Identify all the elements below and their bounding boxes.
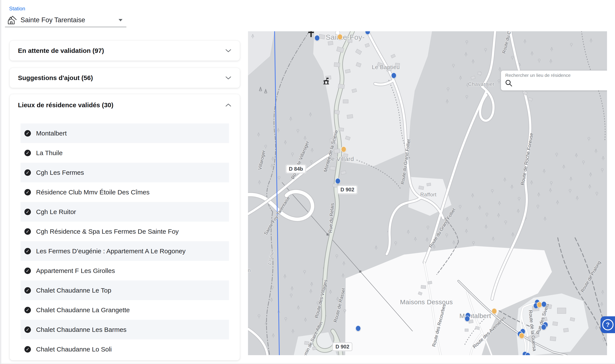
- map-road-label: Route des Avenières: [472, 315, 507, 349]
- accordion-validated-places: Lieux de résidence validés (30) ✓Montalb…: [10, 94, 240, 360]
- map-marker-orange[interactable]: [337, 34, 343, 40]
- road-ref-badge: D 902: [337, 185, 357, 194]
- map-road-label: Route des Recourbes: [431, 304, 447, 347]
- list-item-label: Chalet Chaudanne Les Barmes: [36, 326, 127, 333]
- accordion-header[interactable]: Lieux de résidence validés (30): [10, 94, 240, 116]
- list-item[interactable]: ✓Cgh Le Ruitor: [21, 202, 229, 221]
- list-item-label: Montalbert: [36, 130, 67, 137]
- validated-list: ✓Montalbert✓La Thuile✓Cgh Les Fermes✓Rés…: [21, 123, 229, 359]
- map-road-label: Rue du Relais: [328, 203, 335, 233]
- list-item[interactable]: ✓Cgh Les Fermes: [21, 163, 229, 182]
- accordion-suggestions: Suggestions d'ajout (56): [10, 68, 240, 88]
- chevron-down-icon: [225, 76, 232, 80]
- validated-check-icon: ✓: [24, 307, 31, 313]
- list-item[interactable]: ✓Appartement F Les Girolles: [21, 261, 229, 281]
- list-item-label: La Thuile: [36, 149, 63, 157]
- map-place-label: Sainte-Foy-: [326, 33, 365, 41]
- validated-check-icon: ✓: [24, 169, 31, 176]
- list-item[interactable]: ✓Les Fermes D’eugénie : Appartement A Le…: [21, 241, 229, 261]
- list-item[interactable]: ✓La Thuile: [21, 143, 229, 163]
- map-road-label: Route des Villages: [314, 279, 329, 319]
- list-item[interactable]: ✓Chalet Chaudanne La Grangette: [21, 300, 229, 320]
- chevron-up-icon: [225, 103, 232, 107]
- validated-check-icon: ✓: [24, 287, 31, 294]
- map-place-label: Raffort: [420, 192, 436, 198]
- list-item-label: Chalet Chaudanne Lo Soli: [36, 346, 112, 353]
- help-button[interactable]: ?: [601, 316, 615, 333]
- map-marker-orange[interactable]: [341, 146, 346, 152]
- window-edge: [0, 363, 615, 364]
- list-item[interactable]: ✓Résidence Club Mmv Étoile Des Cîmes: [21, 182, 229, 202]
- map-road-label: Sainte-Foy-Tarentaise: [263, 196, 291, 236]
- validated-check-icon: ✓: [24, 326, 31, 333]
- list-item[interactable]: ✓Chalet Chaudanne Le Top: [21, 281, 229, 300]
- sidebar: Station Sainte Foy Tarentaise En attente…: [0, 0, 248, 364]
- map-road-label: Route du Grand Folliet: [400, 139, 411, 185]
- list-item[interactable]: ✓Chalet Chaudanne Lo Soli: [21, 339, 229, 359]
- accordion-header[interactable]: En attente de validation (97): [10, 41, 240, 61]
- list-item-label: Appartement F Les Girolles: [36, 267, 115, 274]
- dropdown-caret-icon: [119, 19, 123, 21]
- map-place-label: Montalbert: [459, 312, 491, 320]
- map-place-label: L'Isère: [266, 250, 275, 265]
- map-marker-blue[interactable]: [541, 301, 547, 307]
- question-mark-icon: ?: [602, 319, 614, 330]
- search-icon: [505, 79, 513, 87]
- station-select[interactable]: Sainte Foy Tarentaise: [5, 13, 126, 27]
- validated-check-icon: ✓: [24, 248, 31, 254]
- map-road-label: Chemin de Saint-Albin: [299, 321, 324, 355]
- list-item-label: Chalet Chaudanne La Grangette: [36, 306, 130, 314]
- road-ref-badge: D 902: [332, 342, 352, 351]
- map-marker-blue[interactable]: [465, 316, 470, 322]
- station-label: Station: [9, 6, 25, 12]
- map-search-box[interactable]: Rechercher un lieu de résidence: [501, 71, 607, 91]
- validated-check-icon: ✓: [24, 150, 31, 156]
- validated-check-icon: ✓: [24, 268, 31, 274]
- validated-check-icon: ✓: [24, 209, 31, 215]
- list-item-label: Chalet Chaudanne Le Top: [36, 287, 111, 294]
- validated-check-icon: ✓: [24, 189, 31, 195]
- list-item-label: Cgh Le Ruitor: [36, 208, 76, 216]
- accordion-pending-validation: En attente de validation (97): [10, 41, 240, 61]
- validated-check-icon: ✓: [24, 228, 31, 235]
- map-place-label: Le Baptieu: [372, 64, 400, 71]
- accordion-title: Lieux de résidence validés (30): [18, 101, 113, 109]
- road-ref-badge: D 84b: [286, 165, 306, 173]
- validated-check-icon: ✓: [24, 346, 31, 352]
- map-marker-blue[interactable]: [314, 35, 320, 41]
- list-item[interactable]: ✓Montalbert: [21, 123, 229, 143]
- map-place-label: Chavarnier: [468, 81, 494, 87]
- chevron-down-icon: [225, 49, 232, 53]
- map-marker-blue[interactable]: [391, 73, 396, 78]
- search-input[interactable]: Rechercher un lieu de résidence: [505, 73, 571, 78]
- map-road-label: Route de Rassel: [333, 288, 347, 323]
- map-road-label: Route de Villaroger: [290, 140, 311, 180]
- validated-check-icon: ✓: [24, 130, 31, 137]
- list-item[interactable]: ✓Chalet Chaudanne Les Barmes: [21, 320, 229, 339]
- map-road-label: Route de Roche Foreuse: [520, 132, 534, 186]
- map-marker-blue[interactable]: [365, 31, 370, 35]
- mountain-house-icon: [7, 15, 17, 25]
- station-value: Sainte Foy Tarentaise: [21, 16, 85, 24]
- map-road-label: Villaroger: [257, 150, 267, 170]
- map-marker-blue[interactable]: [541, 324, 547, 330]
- list-item[interactable]: ✓Cgh Résidence & Spa Les Fermes De Saint…: [21, 221, 229, 241]
- list-item-label: Cgh Résidence & Spa Les Fermes De Sainte…: [36, 228, 179, 235]
- list-item-label: Cgh Les Fermes: [36, 169, 84, 176]
- map-road-label: Route du C: [501, 31, 512, 54]
- accordion-title: Suggestions d'ajout (56): [18, 74, 93, 82]
- map-road-label: Montée de la Scierie: [323, 130, 339, 173]
- list-item-label: Résidence Club Mmv Étoile Des Cîmes: [36, 189, 150, 196]
- accordion-title: En attente de validation (97): [18, 47, 104, 54]
- map-place-label: n: [248, 267, 251, 273]
- accordion-header[interactable]: Suggestions d'ajout (56): [10, 68, 240, 88]
- map-marker-orange[interactable]: [492, 308, 497, 314]
- map-marker-blue[interactable]: [335, 178, 341, 184]
- list-item-label: Les Fermes D’eugénie : Appartement A Le …: [36, 247, 186, 255]
- map-marker-blue[interactable]: [355, 325, 361, 331]
- map-road-label: Route du Grand Folliet: [428, 207, 456, 249]
- map-canvas[interactable]: Sainte-Foy-Le BaptieuChavarnierLa Tourna…: [248, 31, 607, 355]
- map-marker-orange[interactable]: [519, 333, 524, 339]
- map-road-label: Route de Pralong: [580, 260, 602, 293]
